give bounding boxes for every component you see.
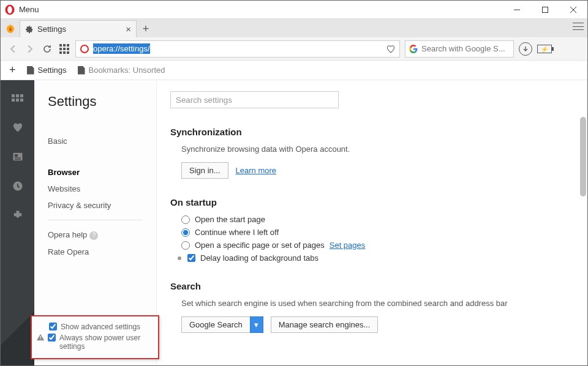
section-search: Search Set which search engine is used w… bbox=[170, 281, 574, 333]
tab-pinned-extension[interactable] bbox=[1, 20, 20, 37]
google-g-icon bbox=[409, 45, 418, 53]
sign-in-button[interactable]: Sign in... bbox=[181, 162, 228, 179]
new-tab-button[interactable]: + bbox=[137, 20, 155, 37]
startup-title: On startup bbox=[170, 197, 574, 207]
settings-nav: Settings Basic Browser Websites Privacy … bbox=[34, 80, 157, 365]
startup-open-start[interactable]: Open the start page bbox=[181, 215, 574, 224]
section-startup: On startup Open the start page Continue … bbox=[170, 197, 574, 263]
add-bookmark-button[interactable]: + bbox=[9, 64, 16, 77]
back-button[interactable] bbox=[7, 43, 19, 55]
news-sidebar-icon[interactable] bbox=[11, 150, 24, 163]
show-advanced-label: Show advanced settings bbox=[61, 323, 140, 331]
search-engine-select[interactable]: Google Search ▾ bbox=[181, 316, 263, 333]
startup-specific[interactable]: Open a specific page or set of pages Set… bbox=[181, 241, 574, 250]
address-bar[interactable]: opera://settings/ bbox=[75, 40, 400, 58]
tab-label: Settings bbox=[37, 24, 66, 34]
speed-dial-button[interactable] bbox=[58, 43, 70, 55]
svg-rect-9 bbox=[15, 159, 21, 160]
svg-point-1 bbox=[7, 6, 12, 13]
bookmark-heart-button[interactable] bbox=[382, 44, 399, 54]
startup-continue[interactable]: Continue where I left off bbox=[181, 228, 574, 237]
forward-button[interactable] bbox=[24, 43, 36, 55]
main-area: Settings Basic Browser Websites Privacy … bbox=[1, 80, 587, 365]
svg-rect-3 bbox=[543, 7, 548, 12]
downloads-button[interactable] bbox=[519, 42, 532, 56]
nav-help[interactable]: Opera help? bbox=[48, 226, 143, 244]
gear-icon bbox=[25, 25, 34, 34]
tab-close-button[interactable]: × bbox=[126, 24, 131, 34]
window-minimize-button[interactable] bbox=[503, 1, 531, 19]
window-maximize-button[interactable] bbox=[531, 1, 559, 19]
battery-saver-button[interactable]: ⚡ bbox=[537, 45, 552, 53]
section-sync: Synchronization Synchronize browsing dat… bbox=[170, 127, 574, 179]
opera-logo-icon bbox=[4, 4, 15, 15]
help-icon: ? bbox=[89, 231, 98, 240]
reload-button[interactable] bbox=[41, 43, 53, 55]
svg-rect-12 bbox=[40, 338, 40, 339]
shield-fire-icon bbox=[6, 24, 15, 34]
bookmark-settings[interactable]: Settings bbox=[27, 65, 67, 75]
toolbar: opera://settings/ Search with Google S..… bbox=[1, 37, 587, 61]
tab-settings[interactable]: Settings × bbox=[20, 20, 137, 37]
svg-rect-7 bbox=[15, 154, 18, 157]
window-titlebar: Menu bbox=[1, 1, 587, 19]
bookmarks-sidebar-icon[interactable] bbox=[11, 121, 24, 134]
search-placeholder: Search with Google S... bbox=[421, 44, 505, 53]
advanced-settings-callout: Show advanced settings Always show power… bbox=[31, 315, 159, 359]
file-icon bbox=[78, 66, 85, 75]
url-text[interactable]: opera://settings/ bbox=[93, 43, 382, 54]
search-field[interactable]: Search with Google S... bbox=[405, 40, 514, 58]
nav-rate[interactable]: Rate Opera bbox=[48, 244, 143, 260]
bookmarks-bar: + Settings Bookmarks: Unsorted bbox=[1, 61, 587, 80]
chevron-down-icon: ▾ bbox=[250, 316, 263, 333]
power-user-checkbox[interactable] bbox=[48, 334, 56, 342]
svg-rect-8 bbox=[15, 157, 21, 158]
nav-browser[interactable]: Browser bbox=[48, 164, 143, 181]
search-desc: Set which search engine is used when sea… bbox=[181, 299, 574, 308]
nav-basic[interactable]: Basic bbox=[48, 133, 143, 149]
warning-icon bbox=[37, 334, 44, 341]
speed-dial-sidebar-icon[interactable] bbox=[11, 91, 24, 105]
bullet-icon bbox=[178, 256, 181, 260]
sync-title: Synchronization bbox=[170, 127, 574, 137]
window-close-button[interactable] bbox=[559, 1, 587, 19]
nav-websites[interactable]: Websites bbox=[48, 181, 143, 197]
search-title: Search bbox=[170, 281, 574, 291]
sidebar-dark bbox=[1, 80, 34, 365]
menu-button[interactable]: Menu bbox=[19, 5, 39, 14]
tab-strip: Settings × + bbox=[1, 19, 587, 37]
sync-desc: Synchronize browsing data with Opera acc… bbox=[181, 144, 574, 154]
file-icon bbox=[27, 66, 34, 75]
power-user-label: Always show power user settings bbox=[59, 334, 153, 351]
learn-more-link[interactable]: Learn more bbox=[236, 166, 276, 175]
set-pages-link[interactable]: Set pages bbox=[330, 241, 366, 250]
history-sidebar-icon[interactable] bbox=[11, 179, 24, 193]
bookmark-unsorted[interactable]: Bookmarks: Unsorted bbox=[78, 65, 165, 75]
extensions-sidebar-icon[interactable] bbox=[11, 209, 24, 222]
manage-search-engines-button[interactable]: Manage search engines... bbox=[271, 316, 379, 333]
search-settings-input[interactable] bbox=[170, 91, 339, 108]
page-title: Settings bbox=[48, 94, 143, 110]
site-identity-icon[interactable] bbox=[76, 45, 93, 53]
svg-rect-11 bbox=[40, 336, 40, 338]
settings-content: Synchronization Synchronize browsing dat… bbox=[157, 80, 587, 365]
show-advanced-checkbox[interactable] bbox=[49, 323, 57, 331]
scrollbar-thumb[interactable] bbox=[580, 117, 586, 196]
startup-delay[interactable]: Delay loading of background tabs bbox=[178, 253, 574, 263]
tab-menu-button[interactable] bbox=[573, 23, 584, 30]
nav-privacy[interactable]: Privacy & security bbox=[48, 197, 143, 214]
